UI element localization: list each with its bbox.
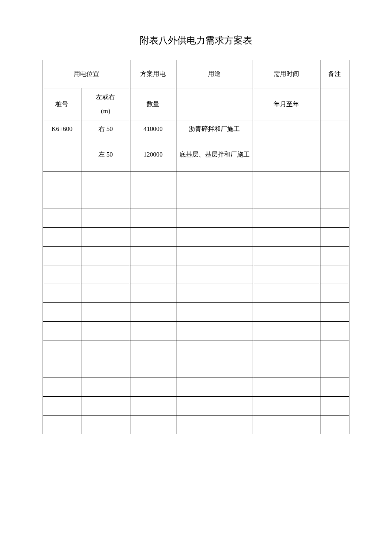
cell-remark bbox=[320, 359, 349, 378]
cell-time bbox=[253, 303, 320, 322]
cell-remark bbox=[320, 303, 349, 322]
cell-time bbox=[253, 120, 320, 138]
cell-pile-no bbox=[43, 303, 81, 322]
cell-usage bbox=[176, 209, 253, 228]
table-row bbox=[43, 171, 349, 190]
header-time-range: 年月至年 bbox=[253, 88, 320, 120]
table-row: K6+600 右 50 410000 沥青碎拌和厂施工 bbox=[43, 120, 349, 138]
cell-left-or-right bbox=[81, 303, 130, 322]
cell-usage bbox=[176, 340, 253, 359]
table-row bbox=[43, 359, 349, 378]
cell-usage bbox=[176, 265, 253, 284]
cell-usage: 沥青碎拌和厂施工 bbox=[176, 120, 253, 138]
cell-usage bbox=[176, 322, 253, 340]
cell-usage bbox=[176, 247, 253, 265]
header-usage: 用途 bbox=[176, 60, 253, 88]
cell-quantity bbox=[130, 322, 176, 340]
cell-remark bbox=[320, 397, 349, 416]
cell-remark bbox=[320, 120, 349, 138]
table-row bbox=[43, 340, 349, 359]
cell-left-or-right bbox=[81, 322, 130, 340]
cell-left-or-right bbox=[81, 284, 130, 303]
cell-time bbox=[253, 190, 320, 209]
cell-usage bbox=[176, 284, 253, 303]
header-left-or-right: 左或右(m) bbox=[81, 88, 130, 120]
document-page: 附表八外供电力需求方案表 用电位置 方案用电 用途 需用时间 备注 桩号 左或右… bbox=[0, 0, 392, 460]
cell-pile-no bbox=[43, 190, 81, 209]
table-row bbox=[43, 322, 349, 340]
cell-left-or-right: 右 50 bbox=[81, 120, 130, 138]
cell-left-or-right bbox=[81, 359, 130, 378]
cell-quantity bbox=[130, 416, 176, 434]
table-row bbox=[43, 284, 349, 303]
cell-left-or-right bbox=[81, 265, 130, 284]
cell-left-or-right bbox=[81, 247, 130, 265]
cell-quantity bbox=[130, 247, 176, 265]
cell-usage bbox=[176, 397, 253, 416]
cell-left-or-right bbox=[81, 378, 130, 397]
table-row bbox=[43, 228, 349, 247]
cell-quantity bbox=[130, 171, 176, 190]
cell-time bbox=[253, 378, 320, 397]
cell-left-or-right bbox=[81, 340, 130, 359]
header-remark-cont bbox=[320, 88, 349, 120]
cell-remark bbox=[320, 228, 349, 247]
cell-pile-no bbox=[43, 138, 81, 171]
cell-time bbox=[253, 359, 320, 378]
cell-quantity bbox=[130, 397, 176, 416]
table-row bbox=[43, 209, 349, 228]
cell-remark bbox=[320, 247, 349, 265]
table-row bbox=[43, 247, 349, 265]
cell-usage bbox=[176, 303, 253, 322]
cell-time bbox=[253, 247, 320, 265]
header-location: 用电位置 bbox=[43, 60, 130, 88]
cell-pile-no bbox=[43, 359, 81, 378]
table-row: 左 50 120000 底基层、基层拌和厂施工 bbox=[43, 138, 349, 171]
cell-quantity bbox=[130, 228, 176, 247]
cell-pile-no bbox=[43, 209, 81, 228]
cell-left-or-right bbox=[81, 190, 130, 209]
cell-quantity bbox=[130, 303, 176, 322]
cell-usage bbox=[176, 171, 253, 190]
cell-quantity bbox=[130, 284, 176, 303]
cell-left-or-right bbox=[81, 397, 130, 416]
cell-quantity bbox=[130, 340, 176, 359]
table-row bbox=[43, 265, 349, 284]
cell-time bbox=[253, 265, 320, 284]
cell-remark bbox=[320, 322, 349, 340]
cell-time bbox=[253, 138, 320, 171]
cell-pile-no bbox=[43, 340, 81, 359]
cell-time bbox=[253, 416, 320, 434]
header-pile-no: 桩号 bbox=[43, 88, 81, 120]
cell-time bbox=[253, 340, 320, 359]
table-row bbox=[43, 416, 349, 434]
cell-quantity: 410000 bbox=[130, 120, 176, 138]
cell-quantity bbox=[130, 209, 176, 228]
cell-left-or-right: 左 50 bbox=[81, 138, 130, 171]
header-time-needed: 需用时间 bbox=[253, 60, 320, 88]
cell-remark bbox=[320, 138, 349, 171]
cell-quantity bbox=[130, 359, 176, 378]
cell-quantity bbox=[130, 265, 176, 284]
cell-usage bbox=[176, 416, 253, 434]
cell-quantity: 120000 bbox=[130, 138, 176, 171]
cell-left-or-right bbox=[81, 171, 130, 190]
cell-remark bbox=[320, 265, 349, 284]
cell-usage bbox=[176, 378, 253, 397]
table-row bbox=[43, 397, 349, 416]
cell-pile-no: K6+600 bbox=[43, 120, 81, 138]
cell-remark bbox=[320, 171, 349, 190]
header-usage-cont bbox=[176, 88, 253, 120]
cell-remark bbox=[320, 378, 349, 397]
cell-time bbox=[253, 397, 320, 416]
power-demand-table: 用电位置 方案用电 用途 需用时间 备注 桩号 左或右(m) 数量 年月至年 K… bbox=[43, 60, 349, 434]
cell-pile-no bbox=[43, 397, 81, 416]
cell-time bbox=[253, 284, 320, 303]
cell-time bbox=[253, 171, 320, 190]
cell-pile-no bbox=[43, 378, 81, 397]
cell-quantity bbox=[130, 378, 176, 397]
cell-remark bbox=[320, 190, 349, 209]
cell-pile-no bbox=[43, 171, 81, 190]
cell-pile-no bbox=[43, 228, 81, 247]
cell-left-or-right bbox=[81, 228, 130, 247]
